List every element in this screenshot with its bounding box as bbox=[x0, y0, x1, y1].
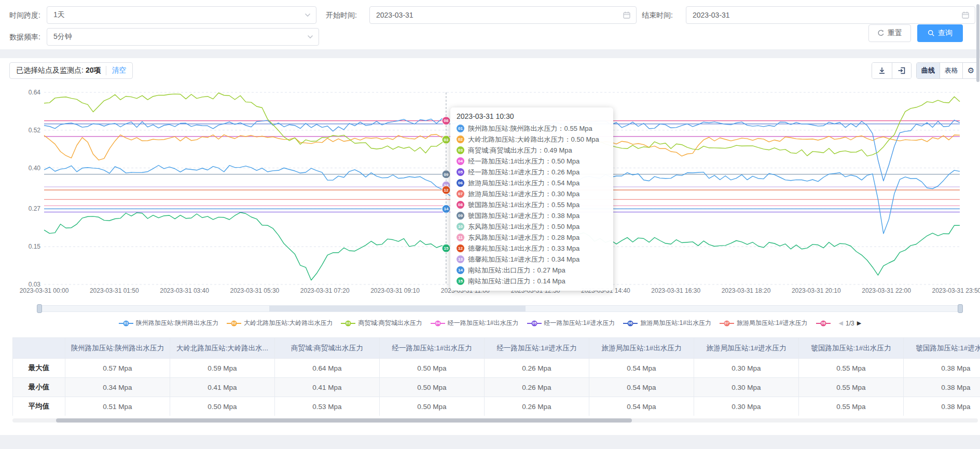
tooltip-row: 10东风路加压站:1#出水压力：0.50 Mpa bbox=[457, 221, 606, 232]
start-time-input[interactable]: 2023-03-31 bbox=[369, 6, 637, 24]
download-button[interactable] bbox=[872, 63, 892, 78]
clear-selection-link[interactable]: 清空 bbox=[112, 66, 126, 75]
svg-text:04: 04 bbox=[436, 321, 440, 325]
series-badge-icon: 07 bbox=[457, 190, 464, 198]
legend-marker-icon: 03 bbox=[341, 320, 355, 326]
scrollbar-thumb[interactable] bbox=[56, 418, 632, 423]
svg-text:07: 07 bbox=[725, 321, 729, 325]
export-button[interactable] bbox=[892, 63, 912, 78]
view-curve-tab[interactable]: 曲线 bbox=[917, 63, 940, 78]
svg-text:03: 03 bbox=[347, 321, 351, 325]
tooltip-row: 12德馨苑加压站:1#出水压力：0.33 Mpa bbox=[457, 243, 606, 254]
time-span-select[interactable]: 1天 bbox=[47, 6, 316, 24]
stats-col-header: 虢国路加压站:1#出水压力 bbox=[799, 338, 904, 359]
legend-item[interactable]: 03商贸城:商贸城出水压力 bbox=[341, 319, 422, 328]
legend-item[interactable]: 05经一路加压站:1#进水压力 bbox=[527, 319, 615, 328]
stats-col-header: 陕州路加压站:陕州路出水压力 bbox=[65, 338, 170, 359]
time-span-label: 时间跨度: bbox=[9, 6, 40, 24]
svg-text:02: 02 bbox=[232, 321, 236, 325]
stat-value-cell: 0.54 Mpa bbox=[589, 359, 694, 378]
selected-points-label: 已选择站点及监测点: bbox=[16, 66, 84, 75]
x-axis-tick-label: 2023-03-31 20:10 bbox=[792, 287, 841, 294]
gear-icon: ⚙ bbox=[968, 66, 974, 75]
crosshair-marker-num: 09 bbox=[444, 172, 448, 177]
export-tool-group bbox=[872, 62, 912, 79]
x-axis-tick-label: 2023-03-31 09:10 bbox=[370, 287, 420, 294]
datazoom-data-shadow bbox=[269, 306, 526, 311]
legend-prev-icon[interactable]: ◀ bbox=[839, 320, 843, 326]
legend-item[interactable]: 06旅游局加压站:1#出水压力 bbox=[623, 319, 711, 328]
legend-marker-icon: 08 bbox=[816, 320, 831, 326]
series-badge-icon: 04 bbox=[457, 157, 464, 165]
tooltip-series-value: 商贸城:商贸城出水压力：0.49 Mpa bbox=[468, 146, 572, 155]
page-vertical-scrollbar[interactable] bbox=[976, 4, 979, 82]
stat-value-cell: 0.55 Mpa bbox=[799, 378, 904, 397]
tooltip-series-value: 旅游局加压站:1#出水压力：0.54 Mpa bbox=[468, 179, 579, 188]
svg-text:05: 05 bbox=[532, 321, 536, 325]
legend-marker-icon: 04 bbox=[431, 320, 445, 326]
stats-col-header: 经一路加压站:1#出水压力 bbox=[380, 338, 485, 359]
tooltip-row: 07旅游局加压站:1#进水压力：0.30 Mpa bbox=[457, 188, 606, 199]
selected-points-chip: 已选择站点及监测点: 20项 清空 bbox=[9, 62, 133, 79]
crosshair-marker-num: 03 bbox=[444, 138, 448, 142]
x-axis-tick-label: 2023-03-31 16:30 bbox=[651, 287, 700, 294]
svg-text:08: 08 bbox=[821, 321, 825, 325]
calendar-icon bbox=[961, 11, 970, 19]
series-badge-icon: 09 bbox=[457, 212, 464, 220]
x-axis-tick-label: 2023-03-31 00:00 bbox=[20, 287, 69, 294]
legend-item-label: 大岭北路加压站:大岭路出水压力 bbox=[244, 319, 333, 328]
crosshair-marker-num: 12 bbox=[444, 188, 448, 193]
stat-value-cell: 0.50 Mpa bbox=[380, 378, 485, 397]
calendar-icon bbox=[623, 11, 631, 19]
x-axis-tick-label: 2023-03-31 01:50 bbox=[90, 287, 139, 294]
view-table-tab[interactable]: 表格 bbox=[940, 63, 962, 78]
stat-value-cell: 0.50 Mpa bbox=[380, 397, 485, 416]
series-badge-icon: 10 bbox=[457, 223, 464, 230]
tooltip-series-value: 大岭北路加压站:大岭路出水压力：0.50 Mpa bbox=[468, 135, 599, 144]
tooltip-series-value: 东风路加压站:1#进水压力：0.28 Mpa bbox=[468, 233, 579, 242]
datazoom-left-handle[interactable] bbox=[37, 304, 42, 313]
end-time-label: 结束时间: bbox=[642, 6, 673, 24]
svg-text:01: 01 bbox=[124, 321, 128, 325]
legend-item-label: 商贸城:商贸城出水压力 bbox=[358, 319, 422, 328]
data-frequency-label: 数据频率: bbox=[9, 28, 40, 46]
stat-value-cell: 0.26 Mpa bbox=[485, 378, 589, 397]
divider bbox=[106, 66, 106, 75]
x-axis-tick-label: 2023-03-31 22:00 bbox=[862, 287, 911, 294]
tooltip-row: 02大岭北路加压站:大岭路出水压力：0.50 Mpa bbox=[457, 134, 606, 145]
tooltip-row: 14南站加压站:出口压力：0.27 Mpa bbox=[457, 265, 606, 276]
legend-item[interactable]: 02大岭北路加压站:大岭路出水压力 bbox=[227, 319, 333, 328]
legend-item[interactable]: 04经一路加压站:1#出水压力 bbox=[431, 319, 519, 328]
x-axis-tick-label: 2023-03-31 18:20 bbox=[722, 287, 771, 294]
download-icon bbox=[878, 66, 886, 75]
query-button[interactable]: 查询 bbox=[917, 24, 963, 42]
datazoom-right-handle[interactable] bbox=[958, 304, 963, 313]
data-frequency-select[interactable]: 5分钟 bbox=[47, 28, 319, 46]
legend-page-indicator: 1/3 bbox=[846, 320, 854, 327]
reset-button[interactable]: 重置 bbox=[868, 24, 911, 42]
series-badge-icon: 02 bbox=[457, 135, 464, 143]
stat-value-cell: 0.54 Mpa bbox=[589, 397, 694, 416]
crosshair-marker-num: 14 bbox=[444, 207, 448, 211]
legend-item-partial[interactable]: 08 bbox=[816, 320, 831, 326]
y-axis-tick-label: 0.64 bbox=[29, 89, 41, 96]
legend-item[interactable]: 01陕州路加压站:陕州路出水压力 bbox=[119, 319, 218, 328]
legend-next-icon[interactable]: ▶ bbox=[857, 320, 861, 326]
stat-value-cell: 0.59 Mpa bbox=[170, 359, 275, 378]
y-axis-tick-label: 0.15 bbox=[29, 243, 41, 250]
legend-item-label: 经一路加压站:1#出水压力 bbox=[448, 319, 519, 328]
crosshair-marker-num: 15 bbox=[444, 246, 448, 251]
stat-value-cell: 0.38 Mpa bbox=[904, 378, 980, 397]
table-horizontal-scrollbar[interactable] bbox=[12, 418, 978, 423]
tooltip-series-value: 虢国路加压站:1#出水压力：0.55 Mpa bbox=[468, 200, 579, 210]
series-badge-icon: 15 bbox=[457, 277, 464, 285]
stat-row-label: 最大值 bbox=[13, 359, 65, 378]
tooltip-series-value: 陕州路加压站:陕州路出水压力：0.55 Mpa bbox=[468, 124, 592, 133]
legend-item[interactable]: 07旅游局加压站:1#进水压力 bbox=[720, 319, 808, 328]
selected-points-count: 20项 bbox=[86, 66, 101, 75]
datazoom-slider[interactable] bbox=[37, 305, 962, 312]
stat-row-label: 最小值 bbox=[13, 378, 65, 397]
end-time-input[interactable]: 2023-03-31 bbox=[686, 6, 975, 24]
search-icon bbox=[928, 30, 935, 37]
series-badge-icon: 11 bbox=[457, 234, 464, 241]
